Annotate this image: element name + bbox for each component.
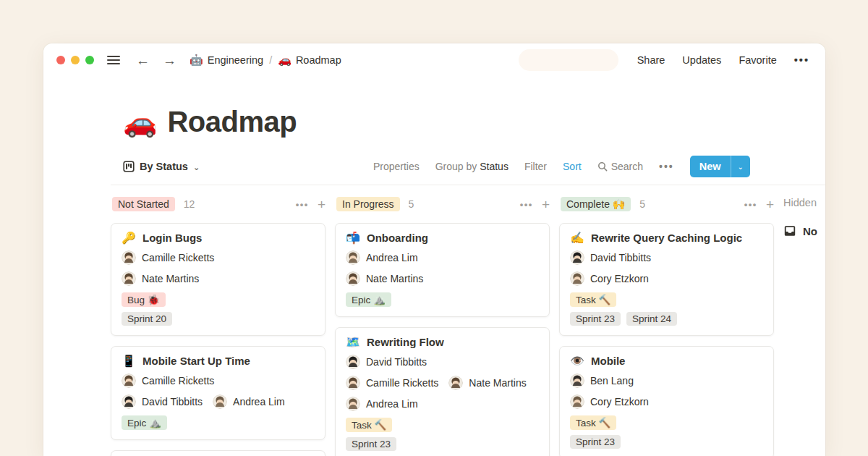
avatar	[346, 271, 360, 286]
card-title: Login Bugs	[142, 232, 203, 244]
tag-task[interactable]: Task 🔨	[570, 415, 616, 430]
column-more-icon[interactable]: •••	[744, 199, 757, 210]
person-cory-etzkorn[interactable]: Cory Etzkorn	[570, 271, 649, 286]
tag-sprint-24[interactable]: Sprint 24	[626, 312, 677, 326]
tag-task[interactable]: Task 🔨	[346, 418, 392, 432]
person-name: Ben Lang	[590, 375, 634, 387]
breadcrumb-item-engineering[interactable]: 🤖Engineering	[190, 54, 263, 67]
person-ben-lang[interactable]: Ben Lang	[570, 373, 634, 388]
group-by-prefix: Group by	[435, 161, 477, 172]
breadcrumb-item-label: Engineering	[208, 54, 263, 66]
person-david-tibbitts[interactable]: David Tibbitts	[570, 250, 651, 265]
card-title: Onboarding	[367, 232, 428, 244]
tag-epic[interactable]: Epic ⛰️	[122, 415, 167, 430]
person-name: David Tibbitts	[366, 356, 427, 368]
properties-button[interactable]: Properties	[373, 161, 420, 172]
card-mobile[interactable]: 👁️MobileBen LangCory EtzkornTask 🔨Sprint…	[559, 346, 774, 456]
hidden-groups-column: Hidden No	[783, 195, 825, 237]
close-window-button[interactable]	[56, 56, 65, 64]
person-andrea-lim[interactable]: Andrea Lim	[346, 250, 418, 265]
column-count: 12	[184, 198, 195, 210]
card-title-row: 🔑Login Bugs	[122, 232, 315, 244]
column-header: Complete 🙌5•••+	[559, 195, 774, 213]
new-button[interactable]: New ⌄	[690, 156, 750, 177]
toolbar-more-icon[interactable]: •••	[659, 161, 674, 172]
card-emoji-icon: ✍️	[570, 232, 584, 244]
card-error-codes[interactable]: ‼️Error Codes	[111, 450, 326, 456]
breadcrumb-item-roadmap[interactable]: 🚗Roadmap	[278, 54, 341, 67]
tag-epic[interactable]: Epic ⛰️	[346, 292, 391, 307]
person-nate-martins[interactable]: Nate Martins	[122, 271, 199, 286]
column-cards: 🔑Login BugsCamille RickettsNate MartinsB…	[111, 223, 326, 456]
card-title-row: 📬Onboarding	[346, 232, 539, 244]
column-status-pill[interactable]: In Progress	[336, 197, 400, 211]
person-nate-martins[interactable]: Nate Martins	[448, 376, 526, 390]
card-tag-row: Epic ⛰️	[122, 415, 315, 430]
person-name: Nate Martins	[366, 273, 423, 284]
hidden-group-no-status[interactable]: No	[783, 224, 825, 237]
tag-sprint-23[interactable]: Sprint 23	[570, 312, 621, 326]
view-switcher-label: By Status	[140, 161, 188, 172]
person-cory-etzkorn[interactable]: Cory Etzkorn	[570, 394, 649, 409]
column-more-icon[interactable]: •••	[520, 199, 533, 210]
search-button[interactable]: Search	[597, 161, 643, 172]
card-people-row: Cory Etzkorn	[570, 271, 763, 286]
person-camille-ricketts[interactable]: Camille Ricketts	[346, 376, 438, 390]
board-column-complete: Complete 🙌5•••+✍️Rewrite Query Caching L…	[559, 195, 774, 456]
avatar	[122, 250, 136, 265]
person-nate-martins[interactable]: Nate Martins	[346, 271, 423, 286]
card-people-row: Andrea Lim	[346, 397, 539, 411]
card-login-bugs[interactable]: 🔑Login BugsCamille RickettsNate MartinsB…	[111, 223, 326, 336]
avatar	[346, 397, 360, 411]
back-arrow-icon[interactable]: ←	[136, 54, 150, 67]
card-tag-row: Sprint 23	[346, 437, 539, 451]
page-icon[interactable]: 🚗	[123, 109, 157, 136]
person-camille-ricketts[interactable]: Camille Ricketts	[122, 373, 214, 388]
avatar	[122, 271, 136, 286]
tag-task[interactable]: Task 🔨	[570, 292, 616, 307]
sort-button[interactable]: Sort	[563, 161, 582, 172]
filter-button[interactable]: Filter	[524, 161, 547, 172]
new-button-caret-icon[interactable]: ⌄	[731, 156, 750, 177]
person-andrea-lim[interactable]: Andrea Lim	[213, 394, 285, 409]
minimize-window-button[interactable]	[71, 56, 80, 64]
sidebar-toggle-icon[interactable]	[107, 56, 120, 64]
topbar-actions: ShareUpdatesFavorite•••	[637, 54, 809, 66]
card-emoji-icon: 🗺️	[346, 337, 360, 348]
card-people-row: Nate Martins	[346, 271, 539, 286]
topbar-action-favorite-button[interactable]: Favorite	[739, 54, 776, 66]
topbar-action-share-button[interactable]: Share	[637, 54, 665, 66]
breadcrumb: 🤖Engineering/🚗Roadmap	[190, 54, 341, 67]
topbar-action-updates-button[interactable]: Updates	[682, 54, 721, 66]
topbar-more-icon[interactable]: •••	[794, 54, 809, 66]
column-add-icon[interactable]: +	[766, 198, 774, 211]
page-emoji-icon: 🚗	[278, 54, 292, 67]
person-name: Camille Ricketts	[142, 252, 214, 263]
card-mobile-start-up-time[interactable]: 📱Mobile Start Up TimeCamille RickettsDav…	[111, 346, 326, 440]
card-rewriting-flow[interactable]: 🗺️Rewriting FlowDavid TibbittsCamille Ri…	[335, 327, 550, 456]
tag-sprint-23[interactable]: Sprint 23	[346, 437, 396, 451]
column-add-icon[interactable]: +	[542, 198, 550, 211]
board-view-icon	[123, 161, 135, 172]
column-header: Not Started12•••+	[111, 195, 326, 213]
column-more-icon[interactable]: •••	[296, 199, 309, 210]
person-camille-ricketts[interactable]: Camille Ricketts	[122, 250, 214, 265]
card-rewrite-query-caching-logic[interactable]: ✍️Rewrite Query Caching LogicDavid Tibbi…	[559, 223, 774, 336]
tag-sprint-23[interactable]: Sprint 23	[570, 435, 621, 449]
tag-bug[interactable]: Bug 🐞	[122, 292, 166, 307]
column-status-pill[interactable]: Complete 🙌	[561, 197, 631, 211]
column-add-icon[interactable]: +	[318, 198, 326, 211]
zoom-window-button[interactable]	[85, 56, 94, 64]
card-onboarding[interactable]: 📬OnboardingAndrea LimNate MartinsEpic ⛰️	[335, 223, 550, 317]
forward-arrow-icon[interactable]: →	[163, 54, 176, 67]
tag-sprint-20[interactable]: Sprint 20	[122, 312, 172, 326]
person-david-tibbitts[interactable]: David Tibbitts	[122, 394, 203, 409]
card-title-row: ✍️Rewrite Query Caching Logic	[570, 232, 763, 244]
app-window: ← → 🤖Engineering/🚗Roadmap ShareUpdatesFa…	[43, 43, 825, 456]
person-andrea-lim[interactable]: Andrea Lim	[346, 397, 418, 411]
card-tag-row: Sprint 20	[122, 312, 315, 326]
view-switcher[interactable]: By Status ⌄	[123, 161, 200, 172]
person-david-tibbitts[interactable]: David Tibbitts	[346, 355, 427, 369]
column-status-pill[interactable]: Not Started	[112, 197, 175, 211]
group-by-button[interactable]: Group by Status	[435, 161, 509, 172]
